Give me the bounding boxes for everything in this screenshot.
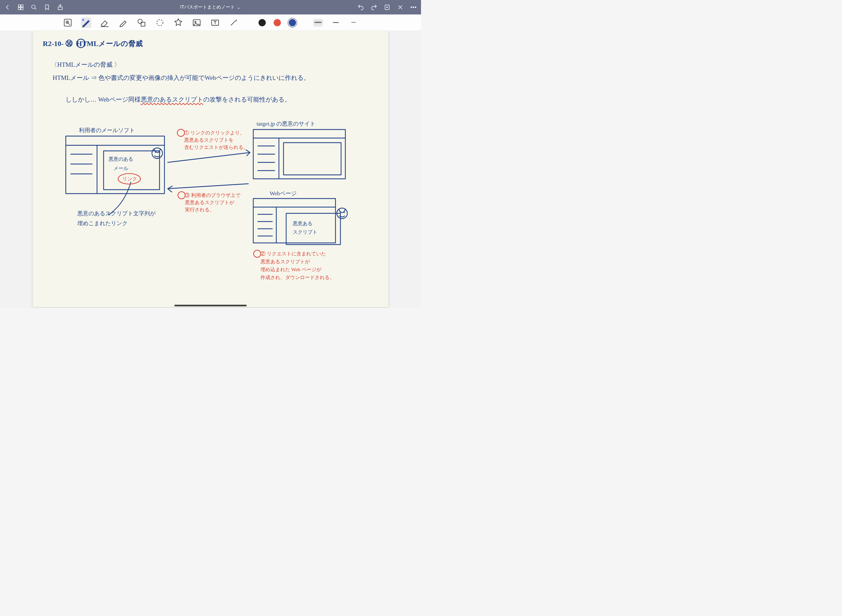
- box-left-inner3: リンク: [122, 176, 137, 182]
- svg-line-50: [168, 153, 250, 162]
- svg-rect-42: [253, 129, 345, 179]
- svg-rect-32: [351, 22, 356, 23]
- color-red[interactable]: [274, 19, 281, 26]
- color-blue[interactable]: [289, 19, 296, 26]
- svg-rect-2: [18, 7, 21, 10]
- step2-line3: 埋め込まれた Web ページが: [260, 266, 321, 273]
- back-icon[interactable]: [4, 4, 11, 11]
- svg-point-22: [138, 19, 142, 23]
- note-line2-c: の攻撃をされる可能性がある。: [203, 96, 291, 103]
- sticker-tool-icon[interactable]: [173, 18, 184, 28]
- box-left-inner2: メール: [113, 165, 128, 172]
- step2-line1: ② リクエストに含まれていた: [260, 251, 326, 257]
- more-icon[interactable]: [410, 4, 417, 11]
- svg-rect-31: [333, 22, 339, 23]
- note-line2-b: 悪意のあるスクリプト: [141, 96, 203, 103]
- stroke-thick[interactable]: [313, 19, 323, 26]
- arrow1-line1: ① リンクのクリックより、: [184, 129, 245, 136]
- lasso-tool-icon[interactable]: [154, 18, 165, 28]
- note-line2-a: ししかし… Webページ同様: [65, 96, 141, 103]
- svg-point-14: [415, 7, 416, 8]
- box-right-title: target.jp の悪意のサイト: [257, 120, 315, 128]
- search-icon[interactable]: [30, 4, 38, 11]
- svg-point-12: [411, 7, 412, 8]
- svg-point-63: [178, 192, 185, 199]
- canvas-area[interactable]: R2-10- ㊿ HTMLメールの脅威 〈HTMLメールの脅威 〉 HTMLメー…: [0, 31, 421, 308]
- diagram-svg: [33, 31, 388, 307]
- svg-rect-1: [21, 5, 23, 7]
- note-line1: HTMLメール ⇒ 色や書式の変更や画像の挿入が可能でWebページのようにきれい…: [53, 73, 310, 82]
- titlebar-right-group: [357, 4, 417, 11]
- svg-text:✱: ✱: [82, 18, 85, 21]
- bookmark-icon[interactable]: [43, 4, 51, 11]
- eraser-tool-icon[interactable]: [99, 18, 110, 28]
- arrow2-line2: 悪意あるスクリプトが: [185, 199, 234, 206]
- note-section-title: 〈HTMLメールの脅威 〉: [51, 60, 120, 69]
- redo-icon[interactable]: [370, 4, 378, 11]
- step2-line4: 作成され、ダウンロードされる。: [260, 274, 335, 281]
- svg-rect-45: [284, 143, 341, 175]
- arrow2-line1: ③ 利用者のブラウザ上で: [185, 192, 240, 198]
- svg-point-13: [413, 7, 414, 8]
- arrow2-line3: 実行される。: [185, 207, 215, 213]
- image-tool-icon[interactable]: [191, 18, 202, 28]
- box-web-inner2: スクリプト: [293, 229, 317, 235]
- svg-line-17: [69, 23, 70, 25]
- add-page-icon[interactable]: [384, 4, 391, 11]
- close-icon[interactable]: [397, 4, 404, 11]
- document-title-chevron-icon: ⌄: [237, 4, 241, 10]
- svg-point-24: [157, 19, 163, 26]
- home-indicator: [174, 305, 247, 307]
- note-line2: ししかし… Webページ同様悪意のあるスクリプトの攻撃をされる可能性がある。: [56, 87, 291, 112]
- document-title-text: ITパスポートまとめノート: [180, 4, 235, 10]
- note-heading: R2-10- ㊿ HTMLメールの脅威: [43, 39, 143, 48]
- grid-icon[interactable]: [17, 4, 24, 11]
- svg-rect-0: [18, 5, 21, 7]
- svg-point-26: [195, 21, 196, 22]
- pen-tool-icon[interactable]: ✱: [81, 18, 91, 28]
- svg-point-41: [152, 148, 163, 158]
- undo-icon[interactable]: [357, 4, 364, 11]
- color-black[interactable]: [259, 19, 266, 26]
- stroke-medium[interactable]: [331, 19, 341, 26]
- title-bar: ITパスポートまとめノート ⌄: [0, 0, 421, 15]
- titlebar-left-group: [4, 4, 64, 11]
- tool-bar: ✱: [0, 15, 421, 31]
- zoom-tool-icon[interactable]: [63, 18, 73, 28]
- svg-point-64: [254, 250, 261, 257]
- document-title[interactable]: ITパスポートまとめノート ⌄: [64, 4, 357, 10]
- arrow1-line3: 含むリクエストが送られる。: [184, 144, 248, 151]
- box-web-title: Webページ: [270, 190, 297, 198]
- svg-rect-3: [21, 7, 23, 10]
- svg-rect-30: [314, 22, 322, 23]
- stroke-thin[interactable]: [349, 19, 359, 26]
- wand-tool-icon[interactable]: [228, 18, 239, 28]
- box-left-title: 利用者のメールソフト: [79, 127, 135, 135]
- svg-rect-15: [64, 19, 71, 26]
- note-page[interactable]: R2-10- ㊿ HTMLメールの脅威 〈HTMLメールの脅威 〉 HTMLメー…: [33, 31, 388, 307]
- step2-line2: 悪意あるスクリプトが: [260, 258, 310, 265]
- box-web-inner1: 悪意ある: [293, 220, 313, 227]
- arrow1-line2: 悪意あるスクリプトを: [184, 137, 234, 143]
- share-icon[interactable]: [57, 4, 64, 11]
- svg-point-60: [337, 208, 347, 219]
- svg-line-51: [168, 184, 248, 189]
- svg-point-62: [177, 129, 185, 136]
- shape-tool-icon[interactable]: [136, 18, 147, 28]
- box-left-inner1: 悪意のある: [109, 156, 133, 162]
- svg-line-5: [35, 8, 37, 10]
- box-left-caption2: 埋めこまれたリンク: [77, 220, 128, 227]
- box-left-caption1: 悪意のあるスクリプト文字列が: [77, 210, 156, 218]
- svg-point-4: [32, 5, 35, 9]
- highlighter-tool-icon[interactable]: [118, 18, 128, 28]
- text-tool-icon[interactable]: [210, 18, 220, 28]
